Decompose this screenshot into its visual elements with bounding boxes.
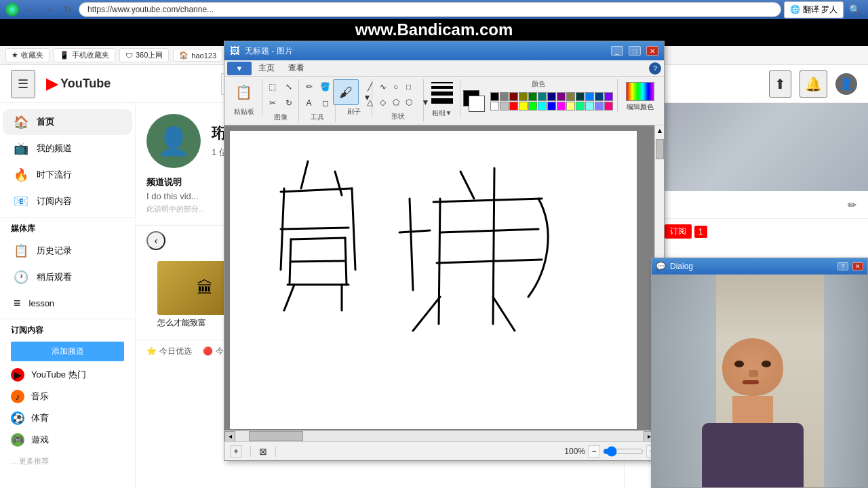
canvas-drawing bbox=[230, 131, 637, 429]
color-springgreen[interactable] bbox=[576, 102, 585, 110]
color-lime[interactable] bbox=[528, 102, 537, 110]
paint-menu-button[interactable]: ▼ bbox=[227, 62, 252, 75]
paint-help-button[interactable]: ? bbox=[649, 62, 661, 75]
fill-button[interactable]: 🪣 bbox=[318, 79, 333, 94]
search-button[interactable]: 🔍 bbox=[846, 1, 863, 18]
rotate-button[interactable]: ↻ bbox=[281, 96, 296, 110]
zoom-out-button[interactable]: − bbox=[588, 445, 600, 458]
bookmark-mobile[interactable]: 📱 手机收藏夹 bbox=[54, 48, 115, 62]
color-lightblue[interactable] bbox=[595, 102, 604, 110]
dialog-window: 💬 Dialog ? ✕ bbox=[651, 258, 868, 488]
color-red[interactable] bbox=[509, 102, 518, 110]
color-teal[interactable] bbox=[538, 92, 547, 101]
rect-button[interactable]: □ bbox=[401, 79, 416, 94]
hexagon-button[interactable]: ⬡ bbox=[401, 95, 416, 110]
color-blue[interactable] bbox=[585, 92, 594, 101]
avatar[interactable]: 👤 bbox=[835, 73, 857, 95]
phone-icon: 📱 bbox=[60, 51, 69, 60]
close-button[interactable]: ✕ bbox=[646, 46, 658, 56]
hamburger-menu[interactable]: ☰ bbox=[11, 70, 35, 98]
dialog-content bbox=[652, 274, 867, 487]
color-darkred[interactable] bbox=[509, 92, 518, 101]
color-darkblue2[interactable] bbox=[595, 92, 604, 101]
dialog-help-button[interactable]: ? bbox=[837, 262, 848, 270]
color-silver[interactable] bbox=[500, 102, 509, 110]
size-3px[interactable] bbox=[431, 92, 453, 96]
color-hotpink[interactable] bbox=[604, 102, 613, 110]
sidebar-item-watch-later[interactable]: 🕐 稍后观看 bbox=[3, 264, 132, 290]
zoom-slider[interactable] bbox=[603, 446, 644, 457]
color-purple[interactable] bbox=[557, 92, 566, 101]
sidebar-item-history[interactable]: 📋 历史记录 bbox=[3, 238, 132, 264]
notifications-button[interactable]: 🔔 bbox=[800, 70, 827, 98]
color-lightyellow[interactable] bbox=[566, 102, 575, 110]
sidebar-item-sports[interactable]: ⚽ 体育 bbox=[0, 407, 135, 429]
sidebar-item-games[interactable]: 🎮 遊戏 bbox=[0, 429, 135, 451]
color-cyan[interactable] bbox=[538, 102, 547, 110]
dialog-close-button[interactable]: ✕ bbox=[852, 262, 863, 270]
color-green[interactable] bbox=[528, 92, 537, 101]
translate-button[interactable]: 🌐 翻译 罗人 bbox=[784, 1, 844, 18]
pencil-button[interactable]: ✏ bbox=[302, 79, 317, 94]
bookmark-favorites[interactable]: ★ 收藏夹 bbox=[5, 48, 50, 62]
forward-button[interactable]: → bbox=[41, 1, 57, 18]
sidebar-item-lesson[interactable]: ≡ lesson bbox=[3, 291, 132, 316]
size-1px[interactable] bbox=[431, 82, 453, 83]
add-channel-button[interactable]: 添加频道 bbox=[11, 342, 124, 361]
edit-button[interactable]: ✏ bbox=[844, 197, 860, 213]
brush-button[interactable]: 🖌 bbox=[333, 79, 359, 105]
size-2px[interactable] bbox=[431, 86, 453, 89]
upload-button[interactable]: ⬆ bbox=[769, 70, 791, 98]
today-picks[interactable]: ⭐ 今日优选 bbox=[146, 346, 192, 357]
color-black[interactable] bbox=[490, 92, 499, 101]
minimize-button[interactable]: _ bbox=[611, 46, 623, 56]
maximize-button[interactable]: □ bbox=[629, 46, 641, 56]
refresh-button[interactable]: ↻ bbox=[60, 1, 76, 18]
bookmark-360[interactable]: 🛡 360上网 bbox=[119, 48, 169, 62]
back-button[interactable]: ← bbox=[22, 1, 38, 18]
select-all-button[interactable]: ⬚ bbox=[265, 79, 280, 94]
paste-button[interactable]: 📋 bbox=[229, 79, 259, 105]
color-magenta[interactable] bbox=[557, 102, 566, 110]
color-darkteal[interactable] bbox=[576, 92, 585, 101]
eraser-button[interactable]: ◻ bbox=[318, 96, 333, 110]
color-blue2[interactable] bbox=[547, 102, 556, 110]
paint-canvas[interactable] bbox=[230, 131, 637, 429]
resize-handle[interactable]: ⊠ bbox=[259, 446, 267, 457]
size-4px[interactable] bbox=[431, 98, 453, 104]
sidebar-item-yt-hot[interactable]: ▶ YouTube 热门 bbox=[0, 364, 135, 386]
edit-colors-group[interactable]: 编辑颜色 bbox=[620, 79, 660, 115]
hscroll-left[interactable]: ◂ bbox=[224, 431, 235, 442]
crop-button[interactable]: ✂ bbox=[265, 96, 280, 110]
text-button[interactable]: A bbox=[302, 96, 317, 110]
sidebar-more[interactable]: ... 更多推荐 bbox=[0, 451, 135, 472]
prev-button[interactable]: ‹ bbox=[146, 231, 165, 250]
sidebar-item-music[interactable]: ♪ 音乐 bbox=[0, 386, 135, 407]
color-olivedark[interactable] bbox=[566, 92, 575, 101]
bookmark-hao123[interactable]: 🏠 hao123 bbox=[173, 49, 222, 62]
color-violet[interactable] bbox=[604, 92, 613, 101]
sidebar-item-home[interactable]: 🏠 首页 bbox=[3, 109, 132, 135]
tools-top: ✏ 🪣 A ◻ bbox=[302, 79, 333, 110]
paint-menu-view[interactable]: 查看 bbox=[281, 61, 311, 75]
color-lightcyan[interactable] bbox=[585, 102, 594, 110]
color-yellow[interactable] bbox=[519, 102, 528, 110]
color-olive[interactable] bbox=[519, 92, 528, 101]
sidebar-item-my-channel[interactable]: 📺 我的频道 bbox=[3, 136, 132, 161]
paint-menu-home[interactable]: 主页 bbox=[252, 61, 281, 75]
resize-button[interactable]: ⤡ bbox=[281, 79, 296, 94]
address-bar[interactable] bbox=[79, 2, 781, 17]
sidebar-item-subscriptions[interactable]: 📧 订阅内容 bbox=[3, 188, 132, 214]
zoom-plus-button[interactable]: + bbox=[230, 445, 242, 458]
yt-logo[interactable]: ▶ YouTube bbox=[46, 75, 111, 93]
sidebar-item-trending[interactable]: 🔥 时下流行 bbox=[3, 162, 132, 188]
paint-canvas-area[interactable]: ▼ ▲ bbox=[224, 125, 664, 430]
color-gray[interactable] bbox=[500, 92, 509, 101]
vscroll-up[interactable]: ▲ bbox=[655, 125, 664, 135]
subscribe-button[interactable]: 订阅 bbox=[665, 224, 692, 239]
color-white[interactable] bbox=[490, 102, 499, 110]
hscroll-track[interactable] bbox=[235, 431, 644, 441]
hscroll-thumb[interactable] bbox=[249, 431, 303, 441]
vscroll-thumb[interactable] bbox=[656, 139, 664, 159]
color-navy[interactable] bbox=[547, 92, 556, 101]
